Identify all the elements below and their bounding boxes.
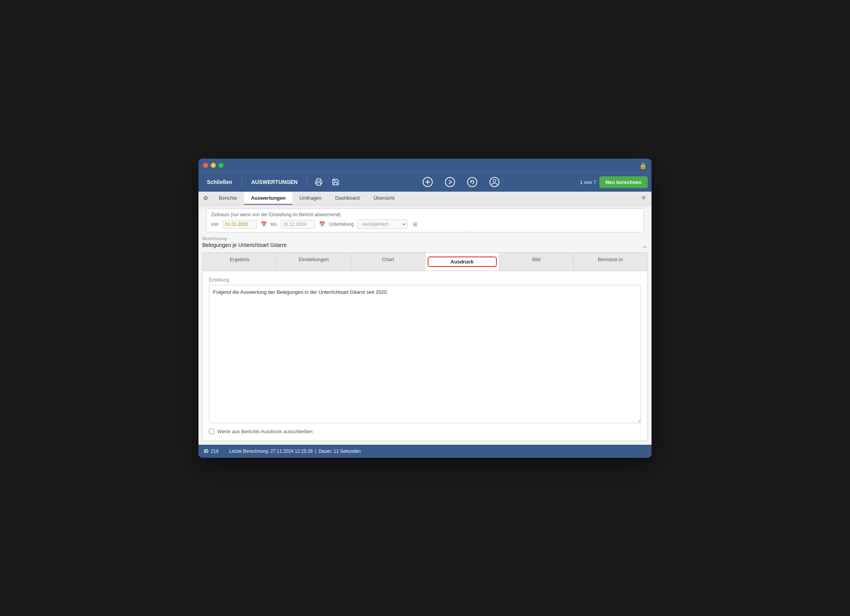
pencil-icon[interactable]: ✏ (643, 244, 648, 250)
toolbar-right: 1 von 7 Neu berechnen (580, 176, 648, 188)
statusbar: ID 219 Letzte Berechnung: 27.11.2024 12:… (198, 445, 652, 458)
neu-berechnen-button[interactable]: Neu berechnen (599, 176, 648, 188)
zeitraum-row: von 📅 bis 📅 Unterteilung vierteljährlich… (211, 220, 639, 229)
zeitraum-panel: Zeitraum (nur wenn von der Einstellung i… (206, 209, 644, 232)
svg-point-4 (445, 177, 455, 187)
subtabs: Ergebnis Einstellungen Chart Ausdruck Bi… (202, 252, 648, 271)
subtab-chart[interactable]: Chart (351, 253, 425, 271)
checkbox-row: Werte aus Berichts-Ausdruck ausschließen (209, 429, 641, 434)
user-button[interactable] (486, 176, 503, 189)
print-button[interactable] (312, 177, 326, 187)
status-id-value: 219 (211, 449, 218, 454)
titlebar: 🔒 (198, 159, 652, 172)
schliessen-button[interactable]: Schließen (202, 177, 237, 187)
auswertungen-button[interactable]: AUSWERTUNGEN (246, 177, 302, 187)
tab-umfragen[interactable]: Umfragen (293, 192, 328, 205)
status-letzte-berechnung: Letzte Berechnung: 27.11.2024 12:25:26 (229, 449, 313, 454)
add-button[interactable] (420, 176, 436, 189)
unterteilung-select[interactable]: vierteljährlich monatlich jährlich (357, 220, 407, 229)
save-icon (332, 178, 339, 186)
tab-dashboard[interactable]: Dashboard (328, 192, 367, 205)
zeitraum-label: Zeitraum (nur wenn von der Einstellung i… (211, 212, 639, 217)
bezeichnung-row: Bezeichnung Belegungen je Unterichtsart … (202, 232, 648, 252)
refresh-button[interactable] (464, 176, 480, 189)
refresh-icon (467, 177, 477, 187)
von-input[interactable] (222, 220, 257, 229)
subtab-ausdruck-label: Ausdruck (428, 257, 497, 267)
forward-button[interactable] (442, 176, 458, 189)
save-button[interactable] (329, 177, 342, 187)
lock-icon: 🔒 (639, 162, 647, 169)
tab-berichte[interactable]: Berichte (212, 192, 244, 205)
settings-tab-icon[interactable]: ⚙ (202, 193, 210, 203)
tab-ubersicht[interactable]: Übersicht (367, 192, 402, 205)
page-indicator: 1 von 7 (580, 179, 596, 185)
unterteilung-label: Unterteilung (329, 222, 354, 227)
exclude-checkbox-label: Werte aus Berichts-Ausdruck ausschließen (217, 429, 313, 434)
svg-point-5 (468, 177, 477, 187)
bezeichnung-label: Bezeichnung (202, 236, 639, 241)
svg-point-7 (493, 180, 496, 182)
bezeichnung-value: Belegungen je Unterichtsart Gitarre (202, 242, 639, 248)
forward-icon (445, 177, 455, 187)
subtab-einstellungen[interactable]: Einstellungen (277, 253, 351, 271)
status-dauer: Dauer: 11 Sekunden (319, 449, 361, 454)
print-icon (315, 178, 322, 186)
content-area: Zeitraum (nur wenn von der Einstellung i… (198, 209, 652, 445)
close-button[interactable] (203, 163, 208, 168)
exclude-checkbox[interactable] (209, 429, 214, 434)
subtab-bild[interactable]: Bild (499, 253, 574, 271)
bis-calendar-icon[interactable]: 📅 (319, 221, 325, 227)
svg-rect-0 (317, 183, 321, 185)
main-panel: Einleitung Werte aus Berichts-Ausdruck a… (202, 271, 648, 441)
bezeichnung-section: Bezeichnung Belegungen je Unterichtsart … (202, 236, 639, 248)
tab-auswertungen[interactable]: Auswertungen (244, 192, 293, 205)
add-circle-icon (423, 177, 433, 187)
toolbar-divider-2 (307, 176, 307, 188)
toolbar: Schließen AUSWERTUNGEN (198, 172, 652, 192)
einleitung-textarea[interactable] (209, 285, 641, 423)
bis-input[interactable] (281, 220, 315, 229)
bis-label: bis (271, 222, 276, 227)
status-id-label: ID (204, 449, 208, 454)
toolbar-center (346, 176, 577, 189)
grid-icon[interactable]: ⊞ (413, 221, 418, 228)
subtab-ausdruck[interactable]: Ausdruck (425, 253, 499, 271)
window-controls (203, 163, 223, 168)
maximize-button[interactable] (218, 163, 223, 168)
einleitung-label: Einleitung (209, 277, 641, 283)
eye-icon[interactable]: 👁 (639, 193, 648, 203)
toolbar-divider-1 (241, 176, 242, 188)
von-label: von (211, 222, 218, 227)
minimize-button[interactable] (211, 163, 216, 168)
von-calendar-icon[interactable]: 📅 (261, 221, 267, 227)
subtab-ergebnis[interactable]: Ergebnis (203, 253, 277, 271)
main-window: 🔒 Schließen AUSWERTUNGEN (198, 159, 652, 458)
main-tabbar: ⚙ Berichte Auswertungen Umfragen Dashboa… (198, 192, 652, 205)
user-icon (489, 177, 499, 187)
status-pipe: | (315, 449, 316, 454)
subtab-benutzerin[interactable]: Benutzer:in (574, 253, 647, 271)
